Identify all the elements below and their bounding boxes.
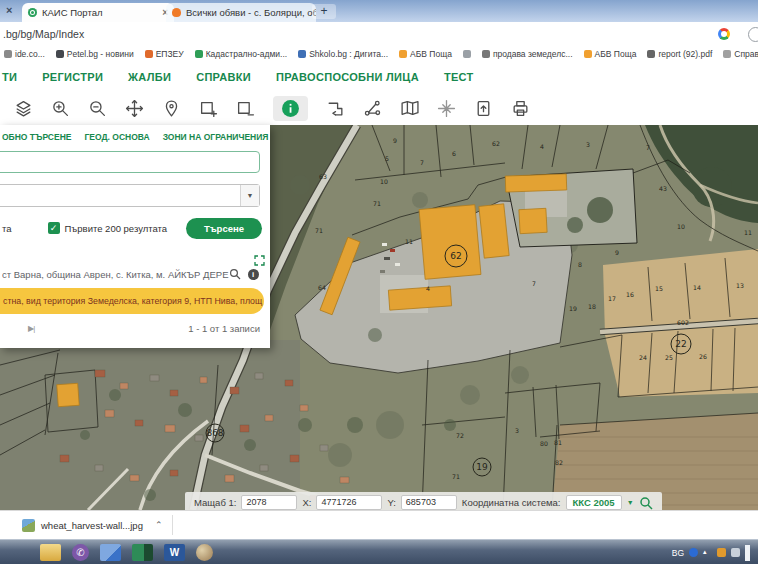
parcel-label: 71: [452, 473, 460, 480]
bookmark-item[interactable]: Кадастрално-адми...: [195, 49, 288, 59]
axes-icon[interactable]: [437, 99, 456, 118]
menu-item[interactable]: ПРАВОСПОСОБНИ ЛИЦА: [276, 71, 419, 83]
tray-app-icon[interactable]: [689, 548, 698, 557]
parcel-label: 868: [206, 428, 223, 438]
y-input[interactable]: 685703: [401, 495, 457, 510]
paint-app-icon[interactable]: [196, 544, 213, 561]
viber-icon[interactable]: ✆: [72, 544, 89, 561]
measure-corner-icon[interactable]: [326, 99, 345, 118]
profile-icon[interactable]: [748, 27, 758, 42]
scale-label: Мащаб 1:: [194, 497, 236, 508]
pin-icon[interactable]: [162, 99, 181, 118]
panel-tab[interactable]: ЗОНИ НА ОГРАНИЧЕНИЯ: [163, 132, 269, 142]
bookmark-item[interactable]: АБВ Поща: [584, 49, 637, 59]
bookmark-item[interactable]: ide.co...: [4, 49, 45, 59]
bookmark-item[interactable]: Petel.bg - новини: [56, 49, 134, 59]
news-icon: [56, 50, 64, 58]
share-nodes-icon[interactable]: [363, 99, 382, 118]
parcel-label: 9: [615, 249, 619, 256]
result-row-highlighted[interactable]: стна, вид територия Земеделска, категори…: [0, 288, 264, 314]
print-icon[interactable]: [511, 99, 530, 118]
shkolo-icon: [298, 50, 306, 58]
parcel-label: 72: [456, 432, 464, 439]
search-icon[interactable]: [229, 268, 241, 280]
parcel-label: 16: [626, 291, 634, 298]
google-icon[interactable]: [718, 28, 730, 40]
pan-icon[interactable]: [125, 99, 144, 118]
tab-kais-portal[interactable]: КАИС Портал ×: [22, 3, 174, 22]
coordinate-search-icon[interactable]: [639, 496, 653, 510]
bookmark-item[interactable]: Справка за заявен...: [723, 49, 758, 59]
parcel-label: 81: [554, 439, 562, 446]
bookmark-label: ЕПЗЕУ: [156, 49, 184, 59]
bookmark-item[interactable]: [463, 50, 471, 58]
bookmark-item[interactable]: ЕПЗЕУ: [145, 49, 184, 59]
map-icon[interactable]: [400, 99, 419, 118]
highlighted-building[interactable]: [388, 286, 451, 310]
zoom-in-icon[interactable]: [51, 99, 70, 118]
devices-icon[interactable]: [100, 544, 121, 561]
menu-item[interactable]: ТЕСТ: [444, 71, 474, 83]
chevron-up-icon[interactable]: ⌃: [155, 520, 163, 530]
bookmark-item[interactable]: продава земеделс...: [482, 49, 573, 59]
bookmark-label: report (92).pdf: [658, 49, 712, 59]
download-item[interactable]: wheat_harvest-wall...jpg ⌃: [12, 515, 173, 535]
rect-minus-icon[interactable]: [236, 99, 255, 118]
cad-app-icon[interactable]: [132, 544, 153, 561]
highlighted-building[interactable]: [419, 205, 481, 280]
parcel-label: 11: [744, 229, 752, 236]
parcel-label: 14: [693, 284, 701, 291]
panel-tab[interactable]: ОБНО ТЪРСЕНЕ: [2, 132, 72, 142]
parcel-label: 24: [639, 354, 647, 361]
bookmark-label: Shkolo.bg : Дигита...: [309, 49, 388, 59]
parcel-label: 8: [578, 261, 582, 268]
close-icon[interactable]: ×: [6, 4, 12, 16]
parcel-label: 11: [405, 238, 413, 245]
export-icon[interactable]: [474, 99, 493, 118]
word-icon[interactable]: W: [164, 544, 185, 561]
download-filename: wheat_harvest-wall...jpg: [41, 520, 143, 531]
search-panel-tabs: ОБНО ТЪРСЕНЕГЕОД. ОСНОВАЗОНИ НА ОГРАНИЧЕ…: [0, 125, 270, 142]
first-200-checkbox[interactable]: ✓: [48, 222, 60, 234]
menu-item[interactable]: ЖАЛБИ: [128, 71, 171, 83]
menu-item[interactable]: РЕГИСТРИ: [42, 71, 103, 83]
tray-chevron-icon[interactable]: ▴: [703, 548, 712, 557]
parcel-label: 26: [699, 353, 707, 360]
search-button[interactable]: Търсене: [186, 218, 262, 239]
network-icon[interactable]: [731, 548, 740, 557]
panel-tab[interactable]: ГЕОД. ОСНОВА: [85, 132, 150, 142]
x-input[interactable]: 4771726: [316, 495, 382, 510]
address-bar[interactable]: .bg/bg/Map/Index: [0, 22, 758, 46]
search-input[interactable]: [0, 151, 260, 173]
menu-item[interactable]: ТИ: [2, 71, 17, 83]
chevron-down-icon[interactable]: ▼: [627, 499, 634, 506]
taskbar: ✆ W BG ▴: [0, 539, 758, 564]
language-indicator[interactable]: BG: [672, 548, 684, 558]
highlighted-building[interactable]: [479, 204, 509, 258]
menu-item[interactable]: СПРАВКИ: [196, 71, 251, 83]
bookmark-item[interactable]: report (92).pdf: [647, 49, 712, 59]
info-icon[interactable]: i: [248, 269, 259, 280]
highlighted-building[interactable]: [519, 208, 547, 233]
crs-value[interactable]: ККС 2005: [566, 495, 622, 510]
highlighted-building[interactable]: [505, 174, 567, 192]
scale-input[interactable]: 2078: [241, 495, 297, 510]
info-icon[interactable]: [273, 96, 308, 121]
chevron-down-icon[interactable]: ▼: [240, 185, 259, 206]
last-page-icon[interactable]: ▶|: [28, 324, 34, 333]
file-explorer-icon[interactable]: [40, 544, 61, 561]
bookmark-item[interactable]: АБВ Поща: [399, 49, 452, 59]
layers-icon[interactable]: [14, 99, 33, 118]
result-header-row[interactable]: ст Варна, община Аврен, с. Китка, м. АЙК…: [2, 264, 265, 284]
show-desktop-button[interactable]: [745, 545, 750, 561]
highlighted-building[interactable]: [57, 383, 79, 406]
portal-menu: ТИРЕГИСТРИЖАЛБИСПРАВКИПРАВОСПОСОБНИ ЛИЦА…: [0, 62, 758, 92]
zoom-out-icon[interactable]: [88, 99, 107, 118]
tab-obiavi[interactable]: Всички обяви - с. Болярци, об ×: [166, 3, 316, 22]
new-tab-button[interactable]: +: [312, 4, 336, 19]
rect-plus-icon[interactable]: [199, 99, 218, 118]
bookmark-item[interactable]: Shkolo.bg : Дигита...: [298, 49, 388, 59]
parcel-label: 82: [555, 459, 563, 466]
tray-alert-icon[interactable]: [717, 548, 726, 557]
search-select[interactable]: ▼: [0, 184, 260, 207]
